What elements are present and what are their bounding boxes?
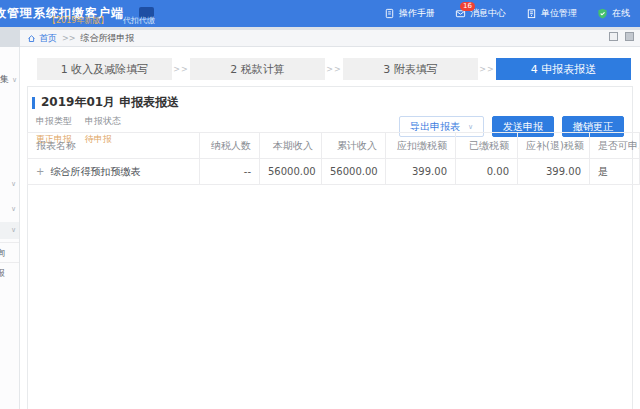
section-title-text: 2019年01月 申报表报送 xyxy=(41,94,179,111)
report-name: 综合所得预扣预缴表 xyxy=(50,166,140,177)
col-tax-due: 应补(退)税额 xyxy=(518,133,590,159)
main-content: 1 收入及减除填写 >> 2 税款计算 >> 3 附表填写 >> 4 申报表报送… xyxy=(21,47,640,409)
tab-step-1[interactable]: 1 收入及减除填写 xyxy=(37,58,172,80)
nav-online-status[interactable]: 在线 xyxy=(597,7,630,20)
breadcrumb-separator: >> xyxy=(62,34,75,43)
declare-status-label: 申报状态 xyxy=(85,115,121,128)
nav-online-label: 在线 xyxy=(612,7,630,20)
step-nav: 1 收入及减除填写 >> 2 税款计算 >> 3 附表填写 >> 4 申报表报送 xyxy=(37,58,631,80)
step-separator: >> xyxy=(325,65,343,74)
app-window: 收管理系统扣缴客户端 【2019年新版】 代扣代缴 操作手册 16 消息中心 单… xyxy=(0,0,640,409)
report-table: 报表名称 纳税人数 本期收入 累计收入 应扣缴税额 已缴税额 应补(退)税额 是… xyxy=(27,132,640,185)
col-can-declare: 是否可申... xyxy=(590,133,640,159)
breadcrumb: 首页 >> 综合所得申报 xyxy=(27,30,134,46)
version-label: 【2019年新版】 xyxy=(48,16,108,25)
nav-org[interactable]: 单位管理 xyxy=(526,7,577,20)
tab-step-3[interactable]: 3 附表填写 xyxy=(343,58,478,80)
home-icon xyxy=(27,34,36,43)
breadcrumb-current[interactable]: 综合所得申报 xyxy=(80,32,134,45)
step-separator: >> xyxy=(478,65,496,74)
mode-label[interactable]: 代扣代缴 xyxy=(123,16,155,25)
tab-controls xyxy=(609,32,634,41)
declaration-panel: 2019年01月 申报表报送 申报类型 更正申报 申报状态 待申报 导出申报表 … xyxy=(27,86,633,409)
table-row[interactable]: +综合所得预扣预缴表 -- 56000.00 56000.00 399.00 0… xyxy=(28,159,640,185)
tab-step-2[interactable]: 2 税款计算 xyxy=(190,58,325,80)
cell-tax-withheld: 399.00 xyxy=(386,159,456,185)
org-icon xyxy=(526,8,537,19)
nav-manual-label: 操作手册 xyxy=(399,7,435,20)
message-badge: 16 xyxy=(460,2,475,11)
section-title: 2019年01月 申报表报送 xyxy=(32,94,632,111)
tab-bar: 首页 >> 综合所得申报 xyxy=(0,27,640,47)
sidebar: 采集 ∨ ∨ ∨ ∨ 询 报 xyxy=(0,47,20,409)
sidebar-header-block xyxy=(0,27,20,47)
chevron-down-icon[interactable]: ∨ xyxy=(11,180,16,188)
col-current-income: 本期收入 xyxy=(260,133,322,159)
brand-subtitle: 【2019年新版】 代扣代缴 xyxy=(48,15,155,26)
nav-messages[interactable]: 16 消息中心 xyxy=(455,7,506,20)
table-header-row: 报表名称 纳税人数 本期收入 累计收入 应扣缴税额 已缴税额 应补(退)税额 是… xyxy=(28,133,640,159)
online-shield-icon xyxy=(597,8,608,19)
cell-taxpayer-count: -- xyxy=(200,159,260,185)
declare-type-label: 申报类型 xyxy=(36,115,72,128)
tab-step-4[interactable]: 4 申报表报送 xyxy=(496,58,631,80)
expand-icon[interactable]: + xyxy=(36,166,44,177)
sidebar-selected-row xyxy=(0,222,19,239)
nav-messages-label: 消息中心 xyxy=(470,7,506,20)
chevron-down-icon: ∨ xyxy=(468,123,473,131)
window-menu-icon[interactable] xyxy=(625,32,634,41)
col-tax-withheld: 应扣缴税额 xyxy=(386,133,456,159)
sidebar-item-collect[interactable]: 采集 ∨ xyxy=(0,73,17,86)
chevron-down-icon[interactable]: ∨ xyxy=(11,205,16,213)
cell-tax-due: 399.00 xyxy=(518,159,590,185)
sidebar-item-query[interactable]: 询 xyxy=(0,242,19,262)
chevron-down-icon[interactable]: ∨ xyxy=(11,226,16,234)
nav-org-label: 单位管理 xyxy=(541,7,577,20)
col-report-name: 报表名称 xyxy=(28,133,200,159)
status-badge: 是 xyxy=(590,159,640,185)
nav-manual[interactable]: 操作手册 xyxy=(384,7,435,20)
sidebar-item-report[interactable]: 报 xyxy=(0,262,19,282)
window-restore-icon[interactable] xyxy=(609,32,618,41)
breadcrumb-home[interactable]: 首页 xyxy=(27,32,57,45)
col-accumulated-income: 累计收入 xyxy=(322,133,386,159)
top-nav: 操作手册 16 消息中心 单位管理 在线 xyxy=(384,0,630,27)
top-header: 收管理系统扣缴客户端 【2019年新版】 代扣代缴 操作手册 16 消息中心 单… xyxy=(0,0,640,27)
accent-bar xyxy=(32,97,35,109)
step-separator: >> xyxy=(172,65,190,74)
cell-accumulated-income: 56000.00 xyxy=(322,159,386,185)
chevron-down-icon: ∨ xyxy=(12,76,17,84)
cell-current-income: 56000.00 xyxy=(260,159,322,185)
col-tax-paid: 已缴税额 xyxy=(456,133,518,159)
manual-icon xyxy=(384,8,395,19)
breadcrumb-home-label: 首页 xyxy=(39,32,57,45)
col-taxpayer-count: 纳税人数 xyxy=(200,133,260,159)
cell-tax-paid: 0.00 xyxy=(456,159,518,185)
